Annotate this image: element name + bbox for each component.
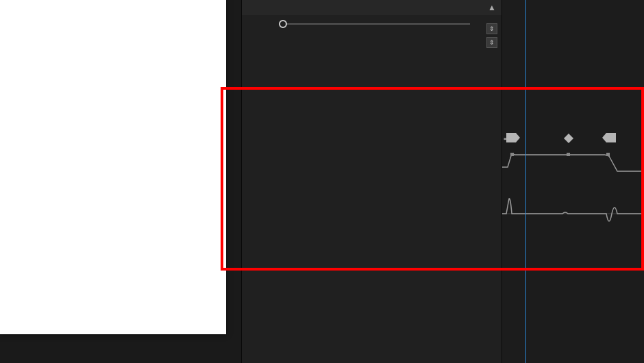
svg-marker-1 [564,134,573,143]
slider-thumb[interactable] [279,20,287,28]
velocity-lower [275,51,496,53]
program-monitor [0,0,226,334]
video-section-header[interactable]: ▲ [242,0,501,15]
svg-rect-4 [567,153,570,156]
keyframe-hold-icon[interactable] [602,133,616,142]
playhead[interactable] [525,0,526,363]
collapse-icon[interactable]: ▲ [488,3,496,12]
velocity-graph [502,195,644,233]
value-graph [502,147,644,195]
svg-rect-5 [606,153,610,156]
scale-slider[interactable] [283,23,470,25]
svg-marker-2 [602,133,616,142]
velocity-graph-toggle[interactable]: ⇕ [486,37,497,48]
effect-controls-panel: ▲ ⇕ ⇕ [241,0,501,363]
svg-marker-0 [506,133,520,142]
svg-rect-3 [510,153,514,156]
scale-keyframe-track[interactable]: ▪▪▪▪ [502,130,644,147]
timeline-mini: ▪▪▪▪ [501,0,644,363]
keyframe-hold-icon[interactable] [506,133,520,142]
keyframe-diamond-icon[interactable] [564,134,573,143]
value-graph-toggle[interactable]: ⇕ [486,23,497,34]
